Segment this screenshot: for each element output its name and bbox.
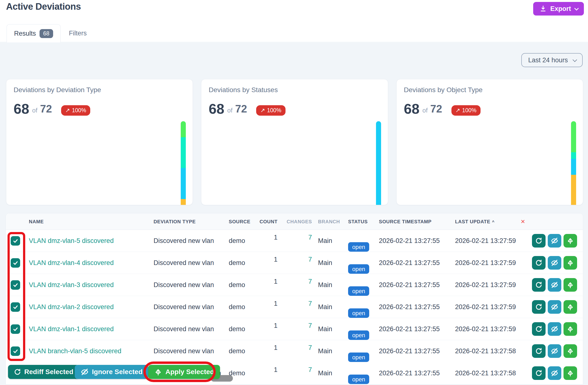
column-header-branch[interactable]: BRANCH (318, 213, 340, 230)
row-checkbox[interactable] (11, 302, 20, 312)
branch-cell: Main (318, 252, 332, 274)
ignore-selected-button[interactable]: Ignore Selected (75, 365, 148, 379)
branch-arrows-icon (154, 368, 162, 376)
rediff-row-button[interactable] (532, 344, 546, 358)
rediff-row-button[interactable] (532, 256, 546, 270)
stat-of-label: of (227, 107, 233, 114)
deviation-name-link[interactable]: VLAN dmz-vlan-4 discovered (29, 252, 114, 274)
apply-row-button[interactable] (564, 278, 577, 292)
rediff-row-button[interactable] (532, 234, 546, 247)
branch-cell: Main (318, 362, 332, 384)
bar-segment (571, 175, 576, 205)
stat-count: 68 (209, 101, 224, 117)
refresh-icon (535, 325, 542, 333)
eye-off-icon (81, 368, 89, 376)
refresh-icon (535, 237, 542, 244)
deviation-name-link[interactable]: VLAN dmz-vlan-3 discovered (29, 274, 114, 296)
row-checkbox[interactable] (11, 236, 20, 246)
apply-row-button[interactable] (564, 344, 577, 358)
source-timestamp-cell: 2026-02-21 13:27:55 (379, 340, 440, 362)
branch-cell: Main (318, 230, 332, 252)
deviation-name-link[interactable]: VLAN dmz-vlan-2 discovered (29, 296, 114, 318)
rediff-selected-button[interactable]: Rediff Selected (8, 365, 79, 379)
apply-row-button[interactable] (564, 366, 577, 380)
branch-cell: Main (318, 340, 332, 362)
apply-row-button[interactable] (564, 256, 577, 270)
row-checkbox[interactable] (11, 346, 20, 356)
apply-row-button[interactable] (564, 322, 577, 336)
rediff-row-button[interactable] (532, 322, 546, 336)
stacked-bar-chart (571, 121, 576, 205)
bar-segment (181, 199, 186, 205)
row-actions (532, 278, 577, 292)
column-header-source-timestamp[interactable]: SOURCE TIMESTAMP (379, 213, 432, 230)
row-actions (532, 256, 577, 270)
refresh-icon (535, 369, 542, 377)
eye-off-icon (551, 281, 558, 289)
checkmark-icon (12, 348, 19, 354)
row-checkbox[interactable] (11, 258, 20, 268)
tab-filters[interactable]: Filters (65, 24, 91, 42)
deviation-name-link[interactable]: VLAN branch-vlan-5 discovered (29, 340, 121, 362)
download-icon (540, 5, 547, 12)
changes-link[interactable]: 7 (286, 271, 312, 293)
row-checkbox[interactable] (11, 280, 20, 290)
time-range-select[interactable]: Last 24 hours (521, 53, 583, 67)
refresh-icon (14, 368, 21, 376)
bar-segment (376, 121, 381, 205)
apply-row-button[interactable] (564, 234, 577, 247)
card-title: Deviations by Deviation Type (14, 86, 101, 94)
last-update-cell: 2026-02-21 13:27:59 (455, 318, 516, 340)
changes-link[interactable]: 7 (286, 359, 312, 381)
export-button[interactable]: Export (533, 2, 584, 16)
card-title: Deviations by Statuses (209, 86, 278, 94)
source-timestamp-cell: 2026-02-21 13:27:55 (379, 274, 440, 296)
table-body: VLAN dmz-vlan-5 discovered Discovered ne… (6, 230, 583, 362)
deviation-type-cell: Discovered new vlan (154, 340, 214, 362)
checkmark-icon (12, 238, 19, 244)
ignore-row-button[interactable] (548, 366, 561, 380)
ignore-row-button[interactable] (548, 234, 561, 247)
column-header-status[interactable]: STATUS (348, 213, 368, 230)
export-label: Export (550, 5, 571, 13)
apply-selected-button[interactable]: Apply Selected (148, 365, 220, 379)
checkmark-icon (12, 282, 19, 288)
ignore-row-button[interactable] (548, 300, 561, 314)
rediff-row-button[interactable] (532, 366, 546, 380)
ignore-row-button[interactable] (548, 256, 561, 270)
apply-row-button[interactable] (564, 300, 577, 314)
ignore-selected-label: Ignore Selected (92, 368, 143, 376)
results-count-badge: 68 (40, 29, 53, 38)
deviation-name-link[interactable]: VLAN dmz-vlan-5 discovered (29, 230, 114, 252)
source-timestamp-cell: 2026-02-21 13:27:55 (379, 252, 440, 274)
changes-link[interactable]: 7 (286, 315, 312, 337)
summary-cards: Deviations by Deviation Type 68 of 72 ↗1… (6, 79, 583, 205)
sort-asc-icon: ^ (492, 220, 495, 224)
stat-total: 72 (430, 103, 442, 115)
source-timestamp-cell: 2026-02-21 13:27:55 (379, 230, 440, 252)
tab-results[interactable]: Results 68 (7, 24, 61, 42)
changes-link[interactable]: 7 (286, 248, 312, 271)
changes-link[interactable]: 7 (286, 293, 312, 315)
changes-link[interactable]: 7 (286, 226, 312, 248)
row-checkbox[interactable] (11, 324, 20, 334)
source-cell: demo (229, 230, 245, 252)
column-header-last-update[interactable]: LAST UPDATE^ (455, 213, 495, 230)
branch-cell: Main (318, 274, 332, 296)
row-actions (532, 234, 577, 247)
count-cell: 1 (253, 293, 277, 315)
rediff-row-button[interactable] (532, 300, 546, 314)
column-header-deviation-type[interactable]: DEVIATION TYPE (154, 213, 196, 230)
clear-sort-icon[interactable]: ✕ (521, 213, 525, 230)
deviation-name-link[interactable]: VLAN dmz-vlan-1 discovered (29, 318, 114, 340)
ignore-row-button[interactable] (548, 278, 561, 292)
time-range-value: Last 24 hours (528, 57, 568, 64)
rediff-row-button[interactable] (532, 278, 546, 292)
ignore-row-button[interactable] (548, 344, 561, 358)
column-header-name[interactable]: NAME (29, 213, 44, 230)
bar-segment (571, 121, 576, 152)
column-header-source[interactable]: SOURCE (229, 213, 250, 230)
ignore-row-button[interactable] (548, 322, 561, 336)
trend-arrow-icon: ↗ (260, 107, 265, 114)
changes-link[interactable]: 7 (286, 337, 312, 359)
